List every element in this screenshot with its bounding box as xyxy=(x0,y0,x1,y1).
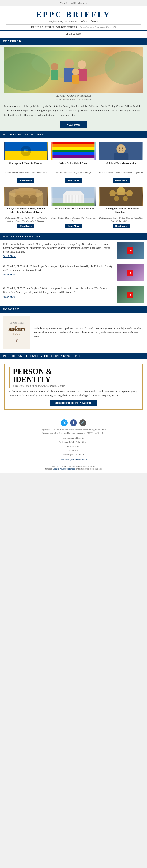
pip-subscribe-button[interactable]: Subscribe to the PIP Newsletter xyxy=(50,400,97,406)
publications-grid: 🇺🇦 Courage and Honor in Ukraine Senior F… xyxy=(0,138,147,233)
media-body-1: On March 3, EPPC Senior Fellow Roger Sev… xyxy=(3,265,112,272)
pub-item-1: When Evil is Called Good Fellow Carl Tru… xyxy=(50,140,98,185)
ukraine-img-bg: 🇺🇦 xyxy=(4,142,48,160)
play-triangle-2 xyxy=(130,293,132,296)
footer-copyright: Copyright © 2022 Ethics and Public Polic… xyxy=(3,428,144,431)
pub-item-0: 🇺🇦 Courage and Honor in Ukraine Senior F… xyxy=(2,140,50,185)
man-img-bg xyxy=(99,142,143,160)
pub-author-0: Senior Fellow Peter Wehner for The Atlan… xyxy=(4,171,48,177)
podcast-stethoscope-icon: ⚕ xyxy=(15,337,19,344)
pub-image-whitehouse xyxy=(51,187,96,206)
svg-rect-10 xyxy=(51,70,59,80)
footer-mailing-label: Our mailing address is: xyxy=(3,436,144,440)
svg-rect-47 xyxy=(52,203,95,206)
media-thumb-1 xyxy=(116,264,144,281)
svg-marker-46 xyxy=(63,191,84,195)
play-button-2[interactable] xyxy=(127,292,133,298)
watch-here-link-2[interactable]: Watch Here. xyxy=(3,295,113,299)
pip-btn-wrap: Subscribe to the PIP Newsletter xyxy=(9,400,138,406)
featured-image-wrap xyxy=(0,44,147,93)
pub-read-more-button-5[interactable]: Read More xyxy=(113,224,130,228)
pub-author-3: Distinguished Senior Fellow George Weige… xyxy=(4,216,48,222)
twitter-icon[interactable]: 𝕏 xyxy=(61,420,68,426)
svg-point-55 xyxy=(116,191,126,195)
pip-subtitle: a project of the Ethics and Public Polic… xyxy=(13,384,65,388)
media-text-1: On March 3, EPPC Senior Fellow Roger Sev… xyxy=(3,264,113,277)
podcast-cover-for: for xyxy=(15,325,19,328)
pub-read-more-button-2[interactable]: Read More xyxy=(113,178,130,183)
pub-read-more-button-3[interactable]: Read More xyxy=(17,224,34,228)
pub-item-4: This Wasn't the Restart Biden Needed Sen… xyxy=(50,185,98,231)
watch-here-link-0[interactable]: Watch Here. xyxy=(3,254,113,258)
play-button-0[interactable] xyxy=(127,247,133,254)
svg-point-34 xyxy=(22,195,30,204)
svg-point-5 xyxy=(78,60,86,69)
pip-section: PERSON AND IDENTITY PROJECT NEWSLETTER P… xyxy=(0,352,147,414)
add-us-link[interactable]: Add us to your address book xyxy=(60,458,87,461)
footer-add-us: Add us to your address book xyxy=(3,458,144,461)
svg-point-7 xyxy=(72,68,79,75)
podcast-section: PODCAST SEARCHING for MEDICINE'S SOUL ⚕ … xyxy=(0,306,147,352)
header-title: EPPC BRIEFLY xyxy=(6,10,141,19)
podcast-text: In the latest episode of EPPC's podcast,… xyxy=(34,327,144,339)
media-section-header: MEDIA APPEARANCES xyxy=(0,233,147,240)
featured-btn-wrap: Read More xyxy=(0,119,147,131)
pub-title-4: This Wasn't the Restart Biden Needed xyxy=(51,207,96,216)
featured-read-more-button[interactable]: Read More xyxy=(60,121,87,128)
podcast-cover-soul: SOUL xyxy=(13,333,21,335)
pip-section-header: PERSON AND IDENTITY PROJECT NEWSLETTER xyxy=(0,352,147,359)
featured-image-caption: Listening to Parents on Paid Leave xyxy=(0,93,147,98)
svg-point-3 xyxy=(65,59,74,68)
facebook-icon[interactable]: f xyxy=(70,420,77,426)
footer-unsubscribe-section: Want to change how you receive these ema… xyxy=(3,463,144,470)
featured-image xyxy=(4,47,143,93)
pub-item-2: A Tale of Two Masculinities Fellow Andre… xyxy=(97,140,145,185)
podcast-cover-main: MEDICINE'S xyxy=(9,328,25,332)
watch-here-link-1[interactable]: Watch Here. xyxy=(3,273,113,277)
media-body-0: EPPC Senior Fellow Francis X. Maier join… xyxy=(3,243,110,253)
media-thumb-bg-1 xyxy=(116,264,144,281)
media-thumb-0 xyxy=(116,242,144,259)
view-in-browser-link[interactable]: View this email in a browser xyxy=(60,2,87,4)
svg-rect-24 xyxy=(114,154,128,160)
media-item-2: On March 1, EPPC Fellow Stephen P. White… xyxy=(0,284,147,306)
header-org: ETHICS & PUBLIC POLICY CENTER Defending … xyxy=(6,24,141,28)
pub-read-more-button-1[interactable]: Read More xyxy=(65,178,82,183)
pub-read-more-button-4[interactable]: Read More xyxy=(65,224,82,228)
header-subtitle: Highlighting the recent work of our scho… xyxy=(6,20,141,23)
svg-point-52 xyxy=(114,196,119,201)
pub-author-4: Senior Fellow Henry Olsen for The Washin… xyxy=(51,216,96,222)
church-img-bg xyxy=(4,187,48,206)
podcast-inner: SEARCHING for MEDICINE'S SOUL ⚕ In the l… xyxy=(0,313,147,352)
footer-address3: Washington, DC 20036 xyxy=(3,453,144,457)
featured-img-svg xyxy=(4,51,143,93)
svg-point-53 xyxy=(123,196,128,201)
pub-read-more-button-0[interactable]: Read More xyxy=(17,178,34,183)
update-preferences-link[interactable]: update your preferences xyxy=(53,467,75,470)
media-body-2: On March 1, EPPC Fellow Stephen P. White… xyxy=(3,287,107,293)
top-bar: View this email in a browser xyxy=(0,0,147,6)
featured-body: In a new research brief, published by th… xyxy=(4,104,141,117)
pub-image-ukraine: 🇺🇦 xyxy=(4,142,48,160)
play-button-1[interactable] xyxy=(127,270,133,276)
play-triangle-1 xyxy=(130,271,132,274)
svg-rect-21 xyxy=(52,155,95,158)
pub-image-church xyxy=(4,187,48,206)
link-icon[interactable]: 🔗 xyxy=(79,420,86,426)
svg-point-9 xyxy=(51,63,59,70)
svg-rect-8 xyxy=(72,75,79,84)
pub-author-1: Fellow Carl Trueman for First Things xyxy=(51,171,96,177)
svg-text:🇺🇦: 🇺🇦 xyxy=(23,148,29,153)
rainbow-img-bg xyxy=(51,142,96,160)
media-text-0: EPPC Senior Fellow Francis X. Maier join… xyxy=(3,242,113,258)
pub-item-5: The Religious Roots of Ukrainian Resista… xyxy=(97,185,145,231)
date-line: March 4, 2022 xyxy=(0,31,147,38)
svg-rect-16 xyxy=(52,142,95,144)
media-thumb-2 xyxy=(116,286,144,303)
footer-address2: Suite 910 xyxy=(3,448,144,453)
footer-update-suffix: or unsubscribe from this list. xyxy=(76,467,102,470)
pub-item-3: Lent, Gianlorenzo Bernini, and the Liber… xyxy=(2,185,50,231)
pip-header: PERSON &IDENTITY a project of the Ethics… xyxy=(9,367,138,388)
footer-address1: 1730 M Street xyxy=(3,444,144,448)
featured-img-bg xyxy=(4,47,143,93)
